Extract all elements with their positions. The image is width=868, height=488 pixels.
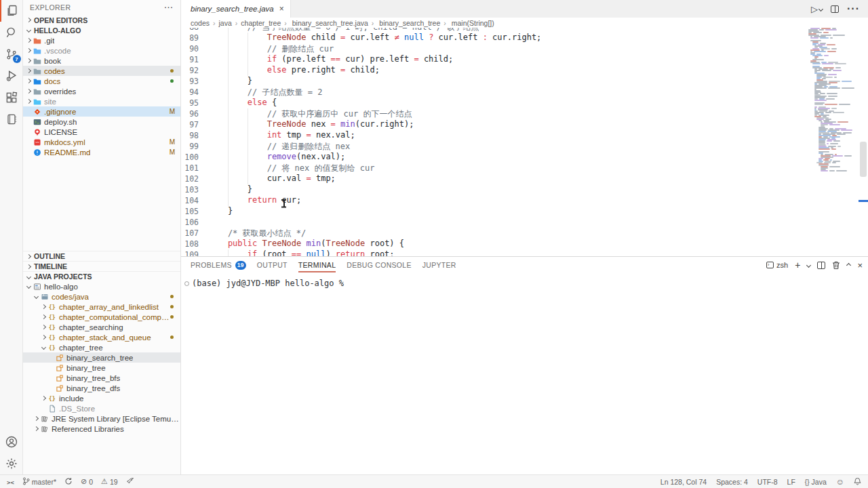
- breadcrumb-item-codes[interactable]: codes: [191, 19, 210, 27]
- extensions-icon[interactable]: [0, 87, 23, 108]
- more-actions-icon[interactable]: ···: [847, 3, 860, 15]
- tree-item-label: overrides: [44, 87, 76, 96]
- code-line: 104return cur;: [181, 195, 807, 206]
- tree-item-.ds_store[interactable]: .DS_Store: [23, 403, 180, 413]
- status-braces[interactable]: {}Java: [805, 478, 827, 486]
- tree-item-.vscode[interactable]: .vscode: [23, 45, 180, 56]
- status-warning[interactable]: ⚠19: [101, 477, 118, 486]
- notebook-icon[interactable]: [0, 108, 23, 130]
- explorer-icon[interactable]: [0, 0, 23, 22]
- status-spaces-4[interactable]: Spaces: 4: [716, 478, 748, 486]
- tree-item-chapter_computational_complexity[interactable]: {}chapter_computational_complexity: [23, 312, 180, 322]
- split-editor-icon[interactable]: [831, 5, 839, 13]
- java-projects-section[interactable]: JAVA PROJECTS: [23, 271, 180, 281]
- status-branch[interactable]: master*: [22, 477, 56, 487]
- tree-item-mkdocs.yml[interactable]: mkdocs.ymlM: [23, 137, 180, 147]
- tab-close-icon[interactable]: ×: [279, 4, 284, 14]
- status-error[interactable]: ⊘0: [81, 477, 93, 486]
- panel-tab-jupyter[interactable]: JUPYTER: [422, 257, 456, 273]
- panel-tab-problems[interactable]: PROBLEMS19: [191, 257, 246, 273]
- sidebar-more-actions-button[interactable]: ···: [165, 3, 174, 12]
- status-lf[interactable]: LF: [787, 478, 795, 486]
- status-ln-128-col-74[interactable]: Ln 128, Col 74: [660, 478, 707, 486]
- tree-item-binary_tree_dfs[interactable]: binary_tree_dfs: [23, 383, 180, 393]
- code-line: 95else {: [181, 98, 807, 108]
- open-editors-label: OPEN EDITORS: [34, 16, 87, 24]
- panel-tab-terminal[interactable]: TERMINAL: [298, 257, 336, 273]
- status-label: 0: [89, 478, 93, 486]
- terminal[interactable]: (base) jyd@JYD-MBP hello-algo %: [181, 273, 868, 474]
- tree-item-chapter_tree[interactable]: {}chapter_tree: [23, 342, 180, 352]
- project-root-section[interactable]: HELLO-ALGO: [23, 25, 180, 35]
- panel-tab-output[interactable]: OUTPUT: [257, 257, 288, 273]
- breadcrumb-item-binary_search_tree[interactable]: binary_search_tree: [377, 19, 440, 27]
- indent-guide: [228, 152, 248, 163]
- tree-item-license[interactable]: LICENSE: [23, 127, 180, 137]
- scrollbar-thumb[interactable]: [860, 142, 867, 177]
- tree-item-binary_tree[interactable]: binary_tree: [23, 363, 180, 373]
- kill-terminal-icon[interactable]: [832, 261, 840, 270]
- tree-item-binary_search_tree[interactable]: binary_search_tree: [23, 352, 180, 363]
- tab-binary-search-tree[interactable]: binary_search_tree.java ×: [181, 0, 291, 18]
- tree-item-binary_tree_bfs[interactable]: binary_tree_bfs: [23, 373, 180, 383]
- close-panel-icon[interactable]: ×: [857, 260, 863, 270]
- tree-item-deploy.sh[interactable]: deploy.sh: [23, 117, 180, 127]
- tree-item-codes[interactable]: codes: [23, 66, 180, 76]
- maximize-panel-icon[interactable]: [847, 264, 850, 267]
- new-terminal-icon[interactable]: +: [795, 262, 800, 268]
- braces-icon: {}: [47, 343, 56, 352]
- tree-item-hello-algo[interactable]: hello-algo: [23, 281, 180, 291]
- tree-item-chapter_searching[interactable]: {}chapter_searching: [23, 322, 180, 332]
- status-rocket[interactable]: [126, 477, 134, 487]
- tree-item-jresystemlibraryeclipsetemurin1717...[interactable]: JRE System Library [Eclipse Temurin 17 […: [23, 413, 180, 424]
- tree-item-include[interactable]: {}include: [23, 393, 180, 403]
- tree-item-referencedlibraries[interactable]: Referenced Libraries: [23, 424, 180, 434]
- tree-item-label: hello-algo: [44, 283, 78, 291]
- tree-item-codesjava[interactable]: codes/java: [23, 291, 180, 302]
- tree-item-.gitignore[interactable]: .gitignoreM: [23, 106, 180, 117]
- breadcrumb-item-mainstring[interactable]: main(String[]): [450, 19, 494, 27]
- run-java-button[interactable]: ▷: [811, 4, 823, 14]
- open-editors-section[interactable]: OPEN EDITORS: [23, 15, 180, 25]
- run-debug-icon[interactable]: [0, 65, 23, 87]
- tree-item-chapter_stack_and_queue[interactable]: {}chapter_stack_and_queue: [23, 332, 180, 342]
- code-editor[interactable]: 88// 当子结点数量 = 0 / 1 时, child = null / 该子…: [181, 28, 868, 256]
- settings-gear-icon[interactable]: [0, 453, 23, 474]
- indent-guide: [228, 163, 248, 174]
- status-utf-8[interactable]: UTF-8: [757, 478, 778, 486]
- panel-tab-debug-console[interactable]: DEBUG CONSOLE: [347, 257, 412, 273]
- shell-icon: [33, 117, 41, 126]
- breadcrumb-item-binary_search_tree.java[interactable]: binary_search_tree.java: [290, 19, 368, 27]
- indent-guide: [248, 108, 267, 119]
- split-terminal-icon[interactable]: [817, 262, 825, 269]
- indent-guide: [228, 54, 248, 65]
- tree-item-docs[interactable]: docs: [23, 76, 180, 86]
- file-tree: .git.vscodebookcodesdocsoverridessite.gi…: [23, 35, 180, 157]
- indent-guide: [208, 184, 228, 195]
- status-remote[interactable]: ><: [7, 478, 14, 486]
- timeline-section[interactable]: TIMELINE: [23, 261, 180, 271]
- breadcrumb-item-chapter_tree[interactable]: chapter_tree: [241, 19, 281, 27]
- outline-section[interactable]: OUTLINE: [23, 251, 180, 261]
- tree-item-site[interactable]: site: [23, 96, 180, 106]
- indent-guide: [208, 130, 228, 141]
- shell-selector[interactable]: › zsh: [766, 261, 788, 269]
- search-icon[interactable]: [0, 22, 23, 43]
- tree-item-readme.md[interactable]: README.mdM: [23, 147, 180, 157]
- chevron-right-icon: [26, 58, 31, 63]
- tree-item-chapter_array_and_linkedlist[interactable]: {}chapter_array_and_linkedlist: [23, 302, 180, 312]
- tree-item-.git[interactable]: .git: [23, 35, 180, 45]
- source-control-icon[interactable]: 7: [0, 43, 23, 65]
- tree-item-overrides[interactable]: overrides: [23, 86, 180, 96]
- terminal-dropdown-icon[interactable]: [807, 264, 810, 267]
- status-feedback[interactable]: ☺: [836, 477, 844, 487]
- tree-item-book[interactable]: book: [23, 56, 180, 66]
- minimap[interactable]: [807, 28, 859, 256]
- status-label: Spaces: 4: [716, 478, 748, 486]
- account-icon[interactable]: [0, 431, 23, 453]
- status-bell[interactable]: [854, 477, 861, 487]
- indent-guide: [208, 141, 228, 152]
- breadcrumb-item-java[interactable]: java: [219, 19, 232, 27]
- status-sync[interactable]: [64, 477, 73, 487]
- chevron-right-icon: [41, 325, 45, 329]
